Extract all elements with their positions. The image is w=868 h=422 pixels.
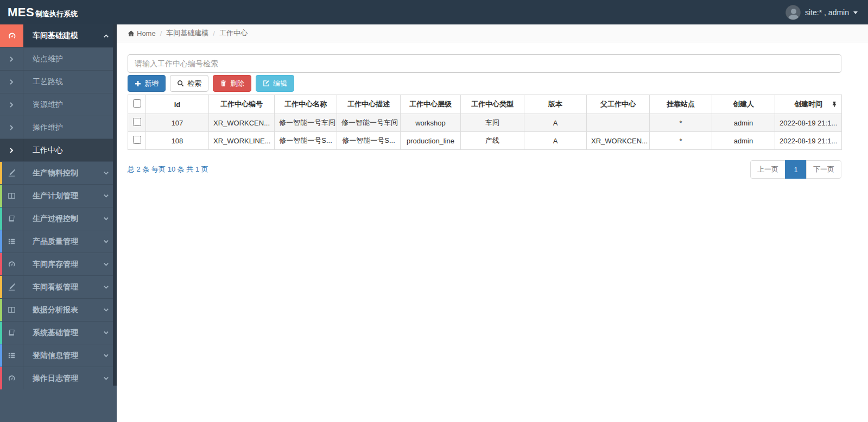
search-icon	[177, 80, 184, 87]
column-header-code[interactable]: 工作中心编号	[209, 95, 275, 114]
sidebar-item-workshop-inventory-management[interactable]: 车间库存管理	[0, 253, 117, 275]
app-logo-suffix: 制造执行系统	[35, 9, 78, 19]
select-all-checkbox[interactable]	[133, 99, 141, 108]
chevron-right-icon	[0, 139, 23, 161]
delete-button[interactable]: 删除	[213, 75, 251, 92]
chevron-down-icon	[103, 193, 109, 199]
column-header-parent[interactable]: 父工作中心	[587, 95, 650, 114]
chevron-down-icon	[103, 330, 109, 336]
sidebar-item-production-material-control[interactable]: 生产物料控制	[0, 161, 117, 184]
search-button[interactable]: 检索	[170, 75, 208, 92]
tachometer-icon	[0, 367, 23, 389]
accent-strip	[0, 230, 2, 253]
pencil-icon	[0, 276, 23, 298]
columns-icon	[0, 299, 23, 321]
sidebar-item-workshop-kanban-management[interactable]: 车间看板管理	[0, 275, 117, 298]
chevron-down-icon	[103, 352, 109, 358]
cell-level: workshop	[401, 114, 461, 132]
chevron-down-icon	[103, 238, 109, 244]
previous-page-button[interactable]: 上一页	[750, 160, 785, 179]
avatar	[785, 5, 801, 20]
trash-icon	[220, 80, 227, 87]
sidebar-item-label: 车间基础建模	[23, 31, 103, 41]
chevron-down-icon	[103, 284, 109, 290]
sidebar-item-login-info-management[interactable]: 登陆信息管理	[0, 344, 117, 367]
cell-id: 108	[146, 132, 209, 150]
column-header-type[interactable]: 工作中心类型	[461, 95, 524, 114]
sidebar-item-production-process-control[interactable]: 生产过程控制	[0, 207, 117, 230]
row-select-cell	[128, 132, 146, 150]
next-page-button[interactable]: 下一页	[806, 160, 841, 179]
add-button[interactable]: 新增	[128, 75, 166, 92]
breadcrumb-section[interactable]: 车间基础建模	[166, 28, 208, 38]
column-header-id[interactable]: id	[146, 95, 209, 114]
breadcrumb-separator: /	[213, 29, 215, 37]
breadcrumb-home[interactable]: Home	[128, 29, 156, 37]
sidebar-scrollbar[interactable]	[113, 24, 117, 386]
toolbar: 新增 检索 删除 编辑	[128, 75, 841, 92]
sidebar-item-system-basic-management[interactable]: 系统基础管理	[0, 321, 117, 344]
cell-type: 车间	[461, 114, 524, 132]
row-select-cell	[128, 114, 146, 132]
app-logo-mes: MES	[8, 5, 34, 20]
cell-code: XR_WORKCEN...	[209, 114, 275, 132]
sidebar-item-site-maintenance[interactable]: 站点维护	[0, 47, 117, 70]
sidebar-item-work-center[interactable]: 工作中心	[0, 138, 117, 161]
chevron-down-icon	[103, 170, 109, 176]
column-header-name[interactable]: 工作中心名称	[275, 95, 337, 114]
cell-version: A	[524, 114, 587, 132]
cell-site: *	[650, 114, 712, 132]
accent-strip	[0, 162, 2, 184]
tachometer-icon	[0, 24, 23, 47]
table-row[interactable]: 107 XR_WORKCEN... 修一智能一号车间 修一智能一号车间 work…	[128, 114, 842, 132]
cell-parent: XR_WORKCEN...	[587, 132, 650, 150]
sidebar-menu: 车间基础建模 站点维护 工艺路线 资源维护	[0, 24, 117, 389]
sidebar-item-resource-maintenance[interactable]: 资源维护	[0, 93, 117, 116]
sidebar-item-workshop-modeling[interactable]: 车间基础建模	[0, 24, 117, 47]
pagination-row: 总 2 条 每页 10 条 共 1 页 上一页 1 下一页	[128, 160, 841, 179]
column-header-created-time[interactable]: 创建时间	[775, 95, 842, 114]
table-row[interactable]: 108 XR_WORKLINE... 修一智能一号S... 修一智能一号S...…	[128, 132, 842, 150]
row-checkbox[interactable]	[133, 118, 141, 126]
sidebar-item-process-route[interactable]: 工艺路线	[0, 70, 117, 93]
pin-icon[interactable]	[832, 102, 837, 108]
breadcrumb-separator: /	[160, 29, 162, 37]
breadcrumb: Home / 车间基础建模 / 工作中心	[117, 24, 868, 42]
column-header-description[interactable]: 工作中心描述	[337, 95, 401, 114]
column-header-level[interactable]: 工作中心层级	[401, 95, 461, 114]
accent-strip	[0, 367, 2, 389]
sidebar: 车间基础建模 站点维护 工艺路线 资源维护	[0, 24, 117, 422]
cell-id: 107	[146, 114, 209, 132]
app-logo[interactable]: MES 制造执行系统	[0, 5, 78, 20]
caret-down-icon	[853, 10, 858, 15]
sidebar-item-operation-maintenance[interactable]: 操作维护	[0, 116, 117, 138]
sidebar-item-label: 操作日志管理	[23, 374, 103, 383]
sidebar-item-operation-log-management[interactable]: 操作日志管理	[0, 367, 117, 389]
search-input[interactable]	[128, 54, 841, 73]
page-1-button[interactable]: 1	[785, 160, 807, 179]
sidebar-item-label: 数据分析报表	[23, 305, 103, 315]
column-header-version[interactable]: 版本	[524, 95, 587, 114]
cell-type: 产线	[461, 132, 524, 150]
accent-strip	[0, 185, 2, 207]
sidebar-item-label: 车间看板管理	[23, 282, 103, 292]
column-header-site[interactable]: 挂靠站点	[650, 95, 712, 114]
edit-button[interactable]: 编辑	[256, 75, 294, 92]
row-checkbox[interactable]	[133, 136, 141, 144]
sidebar-item-data-analysis-reports[interactable]: 数据分析报表	[0, 298, 117, 321]
sidebar-item-production-plan-management[interactable]: 生产计划管理	[0, 184, 117, 207]
cell-description: 修一智能一号S...	[337, 132, 401, 150]
sidebar-item-product-quality-management[interactable]: 产品质量管理	[0, 230, 117, 253]
cell-code: XR_WORKLINE...	[209, 132, 275, 150]
sidebar-item-label: 生产过程控制	[23, 214, 103, 224]
accent-strip	[0, 344, 2, 367]
user-menu[interactable]: site:* , admin	[785, 5, 868, 20]
book-icon	[0, 322, 23, 344]
chevron-down-icon	[103, 261, 109, 267]
column-header-creator[interactable]: 创建人	[712, 95, 775, 114]
cell-level: production_line	[401, 132, 461, 150]
cell-name: 修一智能一号S...	[275, 132, 337, 150]
pagination-summary: 总 2 条 每页 10 条 共 1 页	[128, 165, 208, 174]
sidebar-item-label: 登陆信息管理	[23, 351, 103, 361]
chevron-up-icon	[103, 33, 109, 39]
